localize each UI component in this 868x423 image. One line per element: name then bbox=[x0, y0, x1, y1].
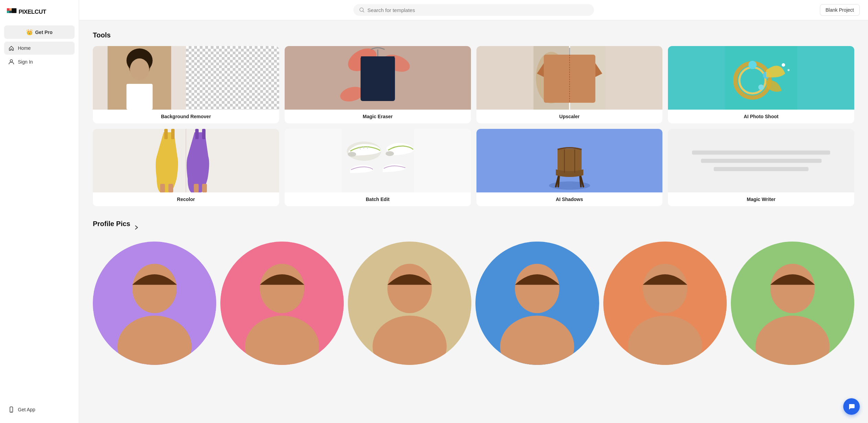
profile-pics-header: Profile Pics bbox=[93, 220, 854, 235]
person-icon bbox=[8, 59, 14, 65]
svg-rect-39 bbox=[195, 129, 199, 139]
text-line-2 bbox=[701, 159, 822, 163]
ai-photo-thumbnail bbox=[668, 46, 854, 110]
chat-button[interactable] bbox=[843, 398, 860, 415]
profile-pics-grid bbox=[93, 242, 854, 365]
tools-grid: Background Remover bbox=[93, 46, 854, 206]
search-icon bbox=[359, 7, 365, 13]
profile-pic-image-2 bbox=[220, 242, 344, 365]
magic-writer-thumbnail bbox=[668, 129, 854, 192]
text-line-1 bbox=[692, 151, 830, 155]
sign-in-label: Sign In bbox=[18, 59, 33, 65]
svg-point-30 bbox=[748, 61, 757, 69]
svg-point-70 bbox=[515, 264, 559, 313]
svg-rect-37 bbox=[164, 129, 168, 139]
logo: PIXELCUT bbox=[4, 7, 75, 17]
search-input[interactable] bbox=[367, 7, 589, 13]
svg-rect-12 bbox=[127, 84, 153, 110]
profile-pic-6[interactable] bbox=[731, 242, 854, 365]
svg-point-33 bbox=[782, 63, 785, 67]
recolor-thumbnail bbox=[93, 129, 279, 192]
crown-icon: 👑 bbox=[26, 29, 33, 35]
svg-point-67 bbox=[387, 264, 432, 313]
blank-project-button[interactable]: Blank Project bbox=[820, 4, 860, 16]
svg-point-64 bbox=[260, 264, 304, 313]
sidebar-item-get-app[interactable]: Get App bbox=[4, 403, 75, 416]
logo-text: PIXELCUT bbox=[19, 9, 46, 15]
tool-card-magic-writer[interactable]: Magic Writer bbox=[668, 129, 854, 206]
svg-point-73 bbox=[643, 264, 687, 313]
profile-pics-title: Profile Pics bbox=[93, 220, 130, 228]
profile-pic-4[interactable] bbox=[475, 242, 599, 365]
home-icon bbox=[8, 45, 14, 51]
tool-card-ai-photo-shoot[interactable]: AI Photo Shoot bbox=[668, 46, 854, 123]
upscaler-image bbox=[476, 46, 663, 110]
tool-card-ai-shadows[interactable]: AI Shadows bbox=[476, 129, 663, 206]
batch-edit-label: Batch Edit bbox=[285, 192, 471, 206]
svg-point-61 bbox=[132, 264, 177, 313]
profile-pic-image-4 bbox=[475, 242, 599, 365]
profile-pic-2[interactable] bbox=[220, 242, 344, 365]
upscaler-thumbnail bbox=[476, 46, 663, 110]
profile-pic-image-5 bbox=[603, 242, 727, 365]
sidebar: PIXELCUT 👑 Get Pro Home Sign In bbox=[0, 0, 79, 423]
svg-point-53 bbox=[549, 181, 590, 190]
recolor-image bbox=[93, 129, 279, 192]
magic-eraser-thumbnail bbox=[285, 46, 471, 110]
ai-shadows-image bbox=[476, 129, 663, 192]
batch-edit-image bbox=[285, 129, 471, 192]
ai-shadows-label: AI Shadows bbox=[476, 192, 663, 206]
svg-rect-44 bbox=[202, 184, 207, 192]
magic-eraser-label: Magic Eraser bbox=[285, 110, 471, 123]
get-app-label: Get App bbox=[18, 407, 35, 412]
svg-rect-42 bbox=[168, 184, 173, 192]
tool-card-recolor[interactable]: Recolor bbox=[93, 129, 279, 206]
svg-point-32 bbox=[758, 85, 764, 90]
svg-point-76 bbox=[770, 264, 815, 313]
tool-card-batch-edit[interactable]: Batch Edit bbox=[285, 129, 471, 206]
svg-point-34 bbox=[788, 69, 790, 71]
svg-rect-45 bbox=[342, 129, 414, 192]
sidebar-item-sign-in[interactable]: Sign In bbox=[4, 55, 75, 68]
recolor-label: Recolor bbox=[93, 192, 279, 206]
profile-pic-image-1 bbox=[93, 242, 216, 365]
svg-rect-0 bbox=[7, 8, 9, 11]
phone-icon bbox=[8, 407, 14, 413]
tools-section-title: Tools bbox=[93, 31, 854, 39]
svg-rect-3 bbox=[9, 11, 12, 13]
profile-pic-1[interactable] bbox=[93, 242, 216, 365]
get-pro-button[interactable]: 👑 Get Pro bbox=[4, 25, 75, 39]
svg-rect-41 bbox=[160, 184, 165, 192]
svg-rect-4 bbox=[12, 8, 17, 13]
sidebar-item-home[interactable]: Home bbox=[4, 42, 75, 55]
profile-pic-5[interactable] bbox=[603, 242, 727, 365]
chat-icon bbox=[848, 403, 855, 410]
ai-photo-label: AI Photo Shoot bbox=[668, 110, 854, 123]
svg-point-5 bbox=[10, 60, 13, 62]
svg-point-13 bbox=[130, 58, 149, 80]
svg-rect-1 bbox=[9, 8, 12, 11]
svg-point-51 bbox=[386, 151, 394, 156]
search-bar[interactable] bbox=[353, 4, 594, 16]
content-area: Tools bbox=[79, 20, 868, 376]
magic-eraser-image bbox=[285, 46, 471, 110]
text-line-3 bbox=[714, 167, 809, 171]
bg-remover-label: Background Remover bbox=[93, 110, 279, 123]
svg-point-7 bbox=[11, 411, 12, 412]
tool-card-background-remover[interactable]: Background Remover bbox=[93, 46, 279, 123]
svg-rect-38 bbox=[171, 129, 175, 139]
ai-shadows-thumbnail bbox=[476, 129, 663, 192]
header: Blank Project bbox=[79, 0, 868, 20]
ai-photo-image bbox=[668, 46, 854, 110]
bg-remover-thumbnail bbox=[93, 46, 279, 110]
home-label: Home bbox=[18, 45, 31, 51]
tool-card-magic-eraser[interactable]: Magic Eraser bbox=[285, 46, 471, 123]
svg-point-47 bbox=[348, 152, 356, 157]
svg-line-50 bbox=[367, 146, 367, 149]
main-content: Blank Project Tools bbox=[79, 0, 868, 423]
upscaler-label: Upscaler bbox=[476, 110, 663, 123]
profile-pic-3[interactable] bbox=[348, 242, 471, 365]
svg-rect-40 bbox=[202, 129, 206, 139]
tool-card-upscaler[interactable]: Upscaler bbox=[476, 46, 663, 123]
svg-rect-2 bbox=[7, 11, 9, 13]
